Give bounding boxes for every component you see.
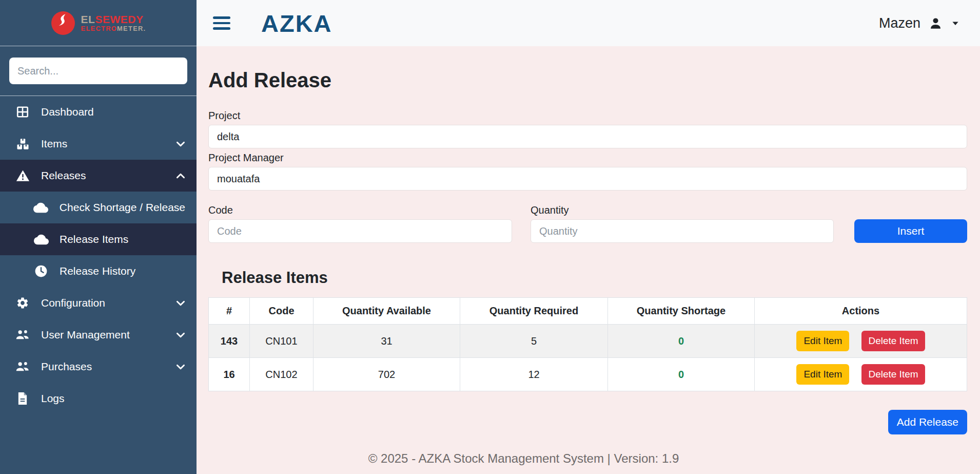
column-header: Quantity Required	[460, 298, 608, 325]
cloud-icon	[33, 232, 49, 247]
cell-id: 143	[209, 325, 250, 358]
sidebar-item-label: Release Items	[60, 233, 128, 245]
page-title: Add Release	[208, 69, 967, 92]
main-area: AZKA Mazen Add Release Project Project M…	[197, 0, 980, 474]
delete-item-button[interactable]: Delete Item	[861, 331, 925, 351]
cell-quantity-available: 702	[313, 358, 460, 391]
clock-icon	[33, 264, 49, 278]
caret-down-icon	[952, 21, 959, 26]
column-header: Quantity Available	[313, 298, 460, 325]
top-navbar: AZKA Mazen	[197, 0, 980, 46]
quantity-label: Quantity	[531, 204, 834, 216]
sidebar: ELSEWEDY ELECTROMETER. DashboardItemsRel…	[0, 0, 197, 474]
cell-id: 16	[209, 358, 250, 391]
sidebar-item-label: User Management	[41, 329, 130, 341]
company-logo-text: ELSEWEDY ELECTROMETER.	[81, 14, 146, 32]
cell-code: CN102	[250, 358, 313, 391]
sidebar-nav: DashboardItemsReleasesCheck Shortage / R…	[0, 96, 197, 474]
sidebar-item-label: Configuration	[41, 297, 105, 309]
sidebar-item-label: Release History	[60, 265, 135, 277]
app-logo[interactable]: AZKA	[261, 9, 332, 37]
logo-text-sewedy: SEWEDY	[95, 13, 143, 25]
sidebar-item-label: Items	[41, 138, 67, 150]
cell-quantity-required: 12	[460, 358, 608, 391]
add-release-button[interactable]: Add Release	[888, 410, 967, 434]
sidebar-item-configuration[interactable]: Configuration	[0, 287, 197, 319]
sidebar-item-label: Releases	[41, 169, 86, 182]
sidebar-item-check-shortage-release[interactable]: Check Shortage / Release	[0, 192, 197, 223]
sidebar-item-logs[interactable]: Logs	[0, 383, 197, 414]
project-manager-label: Project Manager	[208, 152, 967, 164]
quantity-field[interactable]	[531, 219, 834, 243]
table-row: 16CN102702120Edit ItemDelete Item	[209, 358, 967, 391]
sidebar-item-release-items[interactable]: Release Items	[0, 223, 197, 255]
boxes-icon	[14, 137, 31, 151]
edit-item-button[interactable]: Edit Item	[796, 331, 849, 351]
sidebar-item-label: Purchases	[41, 361, 92, 373]
cell-quantity-required: 5	[460, 325, 608, 358]
delete-item-button[interactable]: Delete Item	[861, 364, 925, 385]
page-content: Add Release Project Project Manager Code…	[197, 46, 980, 474]
gear-icon	[14, 296, 31, 310]
menu-icon[interactable]	[212, 14, 231, 32]
users-icon	[14, 328, 31, 342]
file-icon	[14, 392, 31, 405]
dashboard-grid-icon	[14, 105, 31, 119]
sidebar-item-label: Dashboard	[41, 106, 94, 118]
cloud-icon	[33, 200, 49, 215]
chevron-down-icon	[176, 364, 185, 370]
code-label: Code	[208, 204, 512, 216]
logo-text-meter: METER	[117, 25, 144, 32]
release-items-table: #CodeQuantity AvailableQuantity Required…	[208, 297, 967, 391]
table-header-row: #CodeQuantity AvailableQuantity Required…	[209, 298, 967, 325]
code-field[interactable]	[208, 219, 512, 243]
sidebar-item-label: Check Shortage / Release	[60, 201, 185, 214]
user-name: Mazen	[879, 15, 920, 31]
cell-quantity-shortage: 0	[608, 325, 755, 358]
column-header: #	[209, 298, 250, 325]
chevron-down-icon	[176, 332, 185, 338]
sidebar-item-user-management[interactable]: User Management	[0, 319, 197, 351]
sidebar-item-purchases[interactable]: Purchases	[0, 351, 197, 383]
search-input[interactable]	[9, 58, 187, 84]
edit-item-button[interactable]: Edit Item	[796, 364, 849, 385]
logo-text-el: EL	[81, 13, 95, 25]
cell-actions: Edit ItemDelete Item	[755, 358, 967, 391]
sidebar-item-release-history[interactable]: Release History	[0, 255, 197, 287]
warning-triangle-icon	[14, 169, 31, 183]
column-header: Actions	[755, 298, 967, 325]
cell-quantity-available: 31	[313, 325, 460, 358]
add-release-row: Add Release	[208, 410, 967, 434]
logo-text-electro: ELECTRO	[81, 25, 117, 32]
chevron-up-icon	[176, 173, 185, 179]
project-manager-field[interactable]	[208, 167, 967, 191]
project-field[interactable]	[208, 125, 967, 148]
insert-button[interactable]: Insert	[854, 219, 967, 243]
company-logo[interactable]: ELSEWEDY ELECTROMETER.	[0, 0, 197, 46]
code-quantity-row: Code Quantity Insert	[208, 201, 967, 243]
table-row: 143CN1013150Edit ItemDelete Item	[209, 325, 967, 358]
sidebar-search	[0, 46, 197, 96]
cell-code: CN101	[250, 325, 313, 358]
column-header: Code	[250, 298, 313, 325]
elsewedy-swoosh-icon	[51, 11, 75, 35]
column-header: Quantity Shortage	[608, 298, 755, 325]
sidebar-item-releases[interactable]: Releases	[0, 160, 197, 192]
user-menu[interactable]: Mazen	[879, 15, 959, 31]
person-icon	[929, 16, 943, 30]
release-items-title: Release Items	[222, 269, 967, 287]
sidebar-item-items[interactable]: Items	[0, 128, 197, 160]
footer-text: © 2025 - AZKA Stock Management System | …	[208, 444, 967, 474]
cell-quantity-shortage: 0	[608, 358, 755, 391]
sidebar-item-label: Logs	[41, 392, 65, 405]
users-icon	[14, 360, 31, 373]
chevron-down-icon	[176, 141, 185, 147]
cell-actions: Edit ItemDelete Item	[755, 325, 967, 358]
project-label: Project	[208, 110, 967, 122]
sidebar-item-dashboard[interactable]: Dashboard	[0, 96, 197, 128]
chevron-down-icon	[176, 300, 185, 306]
